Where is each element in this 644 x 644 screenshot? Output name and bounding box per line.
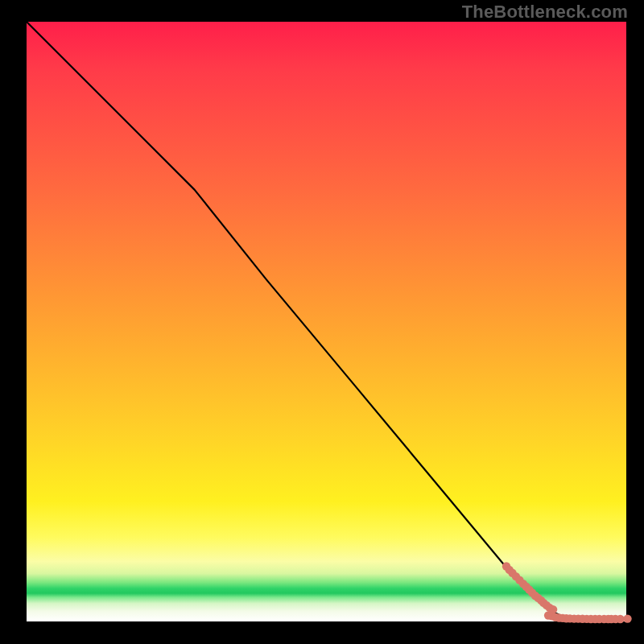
data-point xyxy=(616,615,624,623)
chart-svg xyxy=(27,22,626,621)
data-point xyxy=(623,614,631,622)
watermark-text: TheBottleneck.com xyxy=(462,2,628,23)
chart-frame: TheBottleneck.com xyxy=(0,0,644,644)
plot-area xyxy=(27,22,626,621)
scatter-dots xyxy=(502,562,632,623)
curve-line xyxy=(27,22,626,620)
